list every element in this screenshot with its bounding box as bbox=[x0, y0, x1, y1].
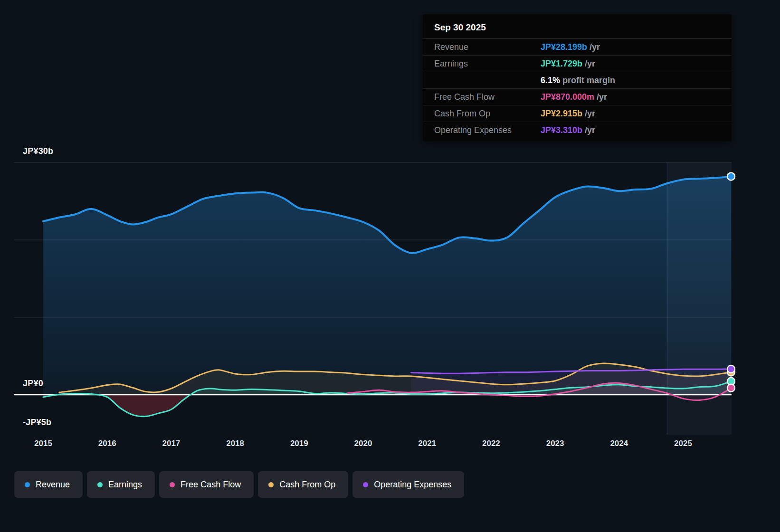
x-axis-label-2024: 2024 bbox=[610, 439, 628, 448]
chart-canvas[interactable] bbox=[0, 142, 780, 446]
tooltip-row-label: Earnings bbox=[434, 58, 541, 69]
free-cash-flow-legend-dot-icon bbox=[170, 482, 175, 487]
tooltip-row-value: JP¥3.310b /yr bbox=[541, 125, 595, 135]
cash-from-op-legend-dot-icon bbox=[268, 482, 274, 487]
tooltip-date: Sep 30 2025 bbox=[423, 16, 732, 39]
tooltip-row-label: Revenue bbox=[434, 42, 541, 52]
legend-item-earnings[interactable]: Earnings bbox=[87, 471, 155, 498]
x-axis-label-2020: 2020 bbox=[354, 439, 372, 448]
revenue-legend-dot-icon bbox=[25, 482, 30, 487]
x-axis-label-2025: 2025 bbox=[674, 439, 692, 448]
y-axis-label: -JP¥5b bbox=[23, 418, 51, 428]
legend-item-operating-expenses[interactable]: Operating Expenses bbox=[352, 471, 464, 498]
tooltip-row-label: Operating Expenses bbox=[434, 125, 541, 135]
operating-expenses-legend-dot-icon bbox=[363, 482, 368, 487]
legend-item-revenue[interactable]: Revenue bbox=[14, 471, 83, 498]
x-axis-label-2023: 2023 bbox=[546, 439, 564, 448]
tooltip-row-label: Cash From Op bbox=[434, 108, 541, 119]
chart-tooltip: Sep 30 2025 RevenueJP¥28.199b /yrEarning… bbox=[423, 14, 732, 141]
x-axis-label-2015: 2015 bbox=[34, 439, 52, 448]
tooltip-row-value: JP¥870.000m /yr bbox=[541, 92, 607, 102]
legend-item-cash-from-op[interactable]: Cash From Op bbox=[258, 471, 348, 498]
legend-item-free-cash-flow[interactable]: Free Cash Flow bbox=[159, 471, 254, 498]
tooltip-row-cash-from-op: Cash From OpJP¥2.915b /yr bbox=[423, 105, 732, 122]
legend-item-label: Revenue bbox=[36, 480, 70, 490]
x-axis-label-2016: 2016 bbox=[98, 439, 116, 448]
tooltip-row-operating-expenses: Operating ExpensesJP¥3.310b /yr bbox=[423, 122, 732, 138]
legend: RevenueEarningsFree Cash FlowCash From O… bbox=[14, 471, 464, 498]
tooltip-row-value: 6.1% profit margin bbox=[541, 75, 615, 86]
stock-financials-chart-page: Sep 30 2025 RevenueJP¥28.199b /yrEarning… bbox=[0, 0, 780, 532]
legend-item-label: Earnings bbox=[108, 480, 142, 490]
x-axis-label-2017: 2017 bbox=[162, 439, 180, 448]
tooltip-rows: RevenueJP¥28.199b /yrEarningsJP¥1.729b /… bbox=[423, 39, 732, 138]
earnings-legend-dot-icon bbox=[97, 482, 103, 487]
tooltip-row-value: JP¥2.915b /yr bbox=[541, 108, 595, 119]
x-axis-label-2018: 2018 bbox=[226, 439, 244, 448]
tooltip-row-value: JP¥1.729b /yr bbox=[541, 58, 595, 69]
legend-item-label: Cash From Op bbox=[279, 480, 335, 490]
x-axis-label-2021: 2021 bbox=[418, 439, 436, 448]
x-axis-label-2019: 2019 bbox=[290, 439, 308, 448]
y-axis-label: JP¥0 bbox=[23, 379, 43, 389]
x-axis-label-2022: 2022 bbox=[482, 439, 500, 448]
tooltip-row-profit-margin: 6.1% profit margin bbox=[423, 72, 732, 89]
tooltip-row-earnings: EarningsJP¥1.729b /yr bbox=[423, 56, 732, 72]
tooltip-row-label: Free Cash Flow bbox=[434, 92, 541, 102]
tooltip-row-free-cash-flow: Free Cash FlowJP¥870.000m /yr bbox=[423, 89, 732, 105]
y-axis-label: JP¥30b bbox=[23, 146, 53, 156]
legend-item-label: Operating Expenses bbox=[374, 480, 451, 490]
tooltip-row-value: JP¥28.199b /yr bbox=[541, 42, 600, 52]
legend-item-label: Free Cash Flow bbox=[181, 480, 241, 490]
tooltip-row-revenue: RevenueJP¥28.199b /yr bbox=[423, 39, 732, 56]
